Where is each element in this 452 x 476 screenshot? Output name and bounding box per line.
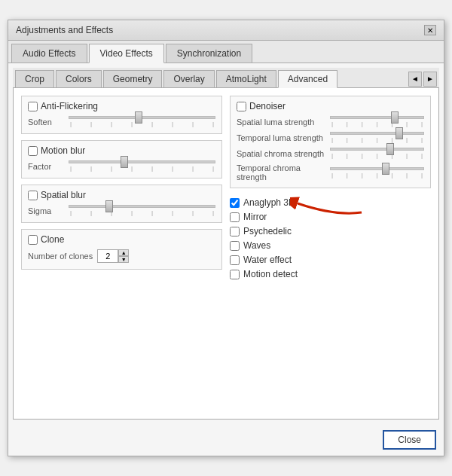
sigma-slider-row: Sigma ||||||||	[28, 205, 215, 216]
number-of-clones-label: Number of clones	[28, 252, 93, 261]
next-tab-arrow[interactable]: ►	[423, 72, 437, 87]
dialog-title: Adjustments and Effects	[16, 25, 113, 35]
water-effect-checkbox[interactable]	[230, 255, 240, 265]
spatial-luma-thumb[interactable]	[391, 111, 399, 124]
anti-flickering-checkbox[interactable]	[28, 102, 38, 111]
spatial-chroma-label: Spatial chroma strength	[237, 149, 327, 158]
soften-slider-track[interactable]	[69, 116, 215, 119]
factor-slider-track[interactable]	[69, 160, 215, 163]
temporal-chroma-thumb[interactable]	[382, 163, 389, 175]
factor-label: Factor	[28, 162, 66, 171]
water-effect-label: Water effect	[243, 255, 292, 265]
spatial-luma-track[interactable]	[330, 116, 424, 119]
motion-blur-group: Motion blur Factor ||||||||	[21, 140, 222, 178]
spatial-blur-checkbox[interactable]	[28, 191, 38, 200]
motion-detect-label: Motion detect	[243, 269, 298, 279]
temporal-chroma-track[interactable]	[330, 167, 424, 170]
clone-count-field[interactable]	[97, 249, 118, 263]
tab-nav: ◄ ►	[408, 72, 437, 87]
temporal-luma-thumb[interactable]	[396, 127, 403, 139]
spatial-luma-row: Spatial luma strength |||||||	[237, 116, 424, 127]
anti-flickering-label: Anti-Flickering	[41, 101, 98, 111]
close-button[interactable]: Close	[383, 430, 436, 450]
adjustments-dialog: Adjustments and Effects ✕ Audio Effects …	[8, 20, 444, 456]
clone-number-input: ▲ ▼	[97, 249, 129, 263]
temporal-luma-label: Temporal luma strength	[237, 133, 327, 142]
motion-blur-label: Motion blur	[41, 145, 85, 156]
anaglyph-3d-checkbox[interactable]	[230, 198, 240, 208]
prev-tab-arrow[interactable]: ◄	[408, 72, 422, 87]
anaglyph-3d-label: Anaglyph 3D	[243, 197, 295, 208]
waves-label: Waves	[243, 240, 270, 251]
mirror-item: Mirror	[230, 212, 431, 222]
tab-colors[interactable]: Colors	[56, 70, 102, 87]
mirror-checkbox[interactable]	[230, 212, 240, 222]
sub-tab-bar: Crop Colors Geometry Overlay AtmoLight A…	[13, 68, 439, 88]
motion-blur-checkbox[interactable]	[28, 146, 38, 156]
anaglyph-3d-item: Anaglyph 3D	[230, 197, 431, 208]
tab-audio-effects[interactable]: Audio Effects	[11, 44, 87, 63]
factor-slider-container: ||||||||	[69, 160, 215, 172]
content-area: Crop Colors Geometry Overlay AtmoLight A…	[8, 63, 444, 424]
factor-slider-thumb[interactable]	[121, 156, 128, 168]
sigma-ticks: ||||||||	[69, 209, 215, 216]
soften-slider-thumb[interactable]	[135, 111, 142, 124]
waves-checkbox[interactable]	[230, 241, 240, 251]
temporal-chroma-ticks: |||||||	[330, 172, 424, 178]
spatial-chroma-slider-container: |||||||	[330, 148, 424, 159]
title-bar: Adjustments and Effects ✕	[8, 20, 444, 41]
spatial-blur-label-row: Spatial blur	[28, 190, 215, 200]
sigma-label: Sigma	[28, 206, 66, 215]
spatial-blur-group: Spatial blur Sigma ||||||||	[21, 185, 222, 223]
clone-increment-button[interactable]: ▲	[118, 249, 129, 256]
tab-advanced[interactable]: Advanced	[278, 70, 337, 88]
sigma-slider-container: ||||||||	[69, 205, 215, 216]
psychedelic-item: Psychedelic	[230, 226, 431, 236]
spatial-chroma-row: Spatial chroma strength |||||||	[237, 148, 424, 159]
left-column: Anti-Flickering Soften ||||||||	[21, 96, 222, 286]
advanced-tab-content: Anti-Flickering Soften ||||||||	[13, 88, 439, 420]
temporal-chroma-label: Temporal chroma strength	[237, 163, 327, 182]
tab-synchronization[interactable]: Synchronization	[166, 44, 252, 63]
spatial-chroma-track[interactable]	[330, 148, 424, 151]
anti-flickering-group: Anti-Flickering Soften ||||||||	[21, 96, 222, 134]
psychedelic-label: Psychedelic	[243, 226, 292, 236]
motion-detect-checkbox[interactable]	[230, 270, 240, 279]
close-icon[interactable]: ✕	[424, 25, 436, 35]
mirror-label: Mirror	[243, 212, 267, 222]
tab-crop[interactable]: Crop	[15, 70, 54, 87]
denoiser-label-row: Denoiser	[237, 101, 424, 111]
main-tab-bar: Audio Effects Video Effects Synchronizat…	[8, 41, 444, 63]
two-column-layout: Anti-Flickering Soften ||||||||	[21, 96, 431, 286]
sigma-slider-thumb[interactable]	[105, 200, 113, 212]
waves-item: Waves	[230, 240, 431, 251]
clone-label-row: Clone	[28, 234, 215, 245]
tab-overlay[interactable]: Overlay	[163, 70, 214, 87]
denoiser-label: Denoiser	[249, 101, 286, 111]
spatial-chroma-thumb[interactable]	[386, 143, 394, 155]
spatial-chroma-ticks: |||||||	[330, 152, 424, 159]
motion-blur-label-row: Motion blur	[28, 145, 215, 156]
clone-decrement-button[interactable]: ▼	[118, 256, 129, 263]
tab-video-effects[interactable]: Video Effects	[89, 44, 164, 63]
denoiser-checkbox[interactable]	[237, 102, 246, 111]
temporal-luma-track[interactable]	[330, 132, 424, 135]
temporal-luma-row: Temporal luma strength |||||||	[237, 132, 424, 143]
tab-atmolight[interactable]: AtmoLight	[216, 70, 276, 87]
temporal-luma-slider-container: |||||||	[330, 132, 424, 143]
anti-flickering-label-row: Anti-Flickering	[28, 101, 215, 111]
clone-group: Clone Number of clones ▲ ▼	[21, 229, 222, 270]
clone-checkbox[interactable]	[28, 235, 38, 245]
clone-number-row: Number of clones ▲ ▼	[28, 249, 215, 263]
soften-label: Soften	[28, 117, 66, 127]
soften-slider-container: ||||||||	[69, 116, 215, 127]
psychedelic-checkbox[interactable]	[230, 227, 240, 236]
effects-checkboxes: Anaglyph 3D	[230, 194, 431, 286]
tab-geometry[interactable]: Geometry	[103, 70, 163, 87]
clone-label: Clone	[41, 234, 64, 245]
spatial-blur-label: Spatial blur	[41, 190, 86, 200]
spatial-luma-slider-container: |||||||	[330, 116, 424, 127]
sigma-slider-track[interactable]	[69, 205, 215, 208]
factor-ticks: ||||||||	[69, 165, 215, 172]
soften-slider-row: Soften ||||||||	[28, 116, 215, 127]
